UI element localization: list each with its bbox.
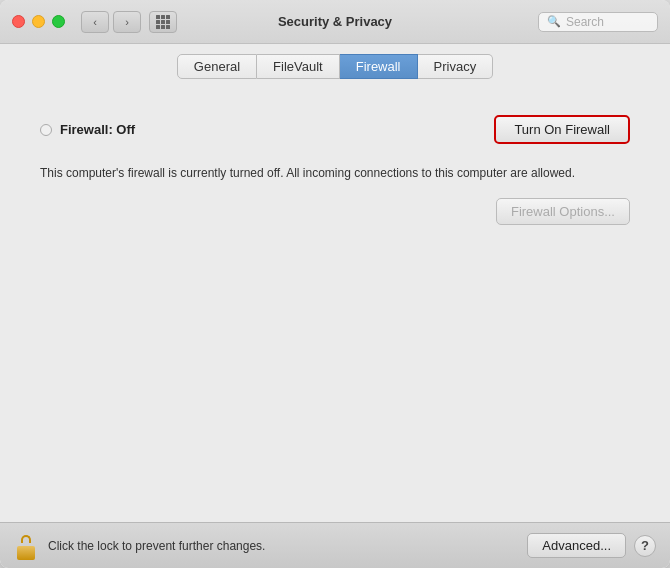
grid-button[interactable] (149, 11, 177, 33)
bottom-right-buttons: Advanced... ? (527, 533, 656, 558)
main-window: ‹ › Security & Privacy 🔍 Search General … (0, 0, 670, 568)
firewall-status-left: Firewall: Off (40, 122, 135, 137)
title-bar: ‹ › Security & Privacy 🔍 Search (0, 0, 670, 44)
search-box[interactable]: 🔍 Search (538, 12, 658, 32)
search-icon: 🔍 (547, 15, 561, 28)
firewall-radio (40, 124, 52, 136)
firewall-status-row: Firewall: Off Turn On Firewall (30, 103, 640, 156)
traffic-lights (12, 15, 65, 28)
tab-general[interactable]: General (177, 54, 257, 79)
nav-buttons: ‹ › (81, 11, 141, 33)
firewall-status-label: Firewall: Off (60, 122, 135, 137)
bottom-bar: Click the lock to prevent further change… (0, 522, 670, 568)
content-area: Firewall: Off Turn On Firewall This comp… (0, 87, 670, 522)
back-button[interactable]: ‹ (81, 11, 109, 33)
close-button[interactable] (12, 15, 25, 28)
lock-wrapper[interactable]: Click the lock to prevent further change… (14, 532, 265, 560)
forward-button[interactable]: › (113, 11, 141, 33)
firewall-description: This computer's firewall is currently tu… (30, 164, 640, 182)
lock-icon (14, 532, 38, 560)
tab-firewall[interactable]: Firewall (340, 54, 418, 79)
help-button[interactable]: ? (634, 535, 656, 557)
grid-icon (156, 15, 170, 29)
tab-privacy[interactable]: Privacy (418, 54, 494, 79)
firewall-options-button[interactable]: Firewall Options... (496, 198, 630, 225)
tab-filevault[interactable]: FileVault (257, 54, 340, 79)
turn-on-firewall-button[interactable]: Turn On Firewall (494, 115, 630, 144)
window-title: Security & Privacy (278, 14, 392, 29)
search-placeholder: Search (566, 15, 604, 29)
lock-label: Click the lock to prevent further change… (48, 539, 265, 553)
minimize-button[interactable] (32, 15, 45, 28)
firewall-options-row: Firewall Options... (30, 198, 640, 225)
maximize-button[interactable] (52, 15, 65, 28)
tab-bar: General FileVault Firewall Privacy (0, 44, 670, 87)
advanced-button[interactable]: Advanced... (527, 533, 626, 558)
